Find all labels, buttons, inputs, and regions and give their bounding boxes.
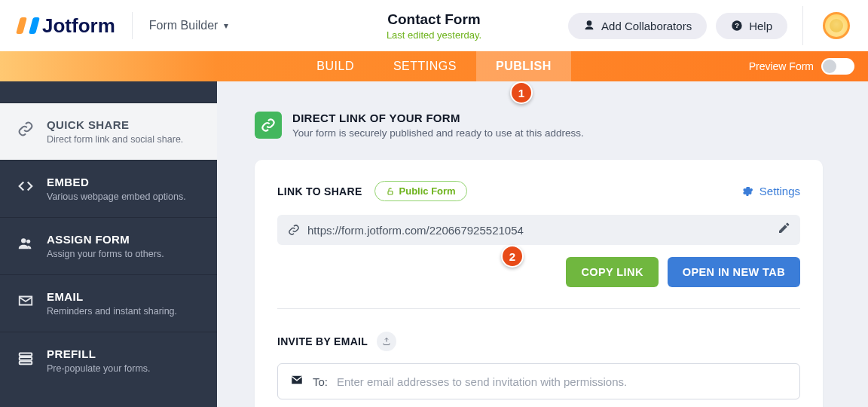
- form-url-text: https://form.jotform.com/220667925521054: [307, 224, 770, 237]
- callout-badge-1: 1: [510, 81, 533, 104]
- svg-rect-5: [20, 357, 32, 360]
- link-badge-icon: [255, 112, 282, 139]
- sidebar-item-email[interactable]: EMAIL Reminders and instant sharing.: [0, 274, 217, 332]
- direct-link-sub: Your form is securely published and read…: [292, 127, 584, 139]
- form-title: Contact Form: [387, 11, 481, 28]
- settings-label: Settings: [760, 185, 800, 197]
- link-to-share-title: LINK TO SHARE: [277, 185, 362, 197]
- svg-text:?: ?: [735, 22, 739, 29]
- callout-badge-2: 2: [501, 245, 524, 268]
- invite-by-email-title: INVITE BY EMAIL: [277, 335, 368, 347]
- sidebar-item-sub: Various webpage embed options.: [47, 191, 186, 202]
- sidebar-item-sub: Direct form link and social share.: [47, 134, 183, 145]
- mail-icon: [17, 292, 35, 310]
- header-center: Contact Form Last edited yesterday.: [387, 11, 481, 41]
- sidebar-item-label: QUICK SHARE: [47, 118, 183, 131]
- gear-icon: [741, 185, 753, 197]
- help-icon: ?: [731, 20, 743, 32]
- share-card-header: LINK TO SHARE Public Form Settings: [277, 181, 800, 201]
- avatar[interactable]: [823, 12, 850, 39]
- sidebar-item-embed[interactable]: EMBED Various webpage embed options.: [0, 160, 217, 217]
- direct-link-header: DIRECT LINK OF YOUR FORM Your form is se…: [255, 112, 823, 139]
- svg-point-2: [21, 238, 26, 243]
- share-card: LINK TO SHARE Public Form Settings https…: [255, 160, 823, 407]
- link-icon: [17, 120, 35, 138]
- sidebar-top-gap: [0, 81, 217, 103]
- public-form-label: Public Form: [399, 185, 456, 197]
- pencil-icon: [778, 222, 790, 234]
- last-edited-text: Last edited yesterday.: [387, 29, 481, 41]
- sidebar-item-quick-share[interactable]: QUICK SHARE Direct form link and social …: [0, 103, 217, 160]
- open-new-tab-button[interactable]: OPEN IN NEW TAB: [668, 257, 800, 287]
- tab-settings[interactable]: SETTINGS: [374, 51, 476, 81]
- upload-icon: [382, 337, 391, 346]
- help-button[interactable]: ? Help: [716, 13, 787, 39]
- invite-title-row: INVITE BY EMAIL: [277, 332, 800, 351]
- publish-sidebar: QUICK SHARE Direct form link and social …: [0, 81, 217, 407]
- direct-link-title: DIRECT LINK OF YOUR FORM: [292, 112, 584, 124]
- sidebar-item-label: ASSIGN FORM: [47, 233, 164, 246]
- sidebar-item-sub: Pre-populate your forms.: [47, 363, 151, 374]
- card-divider: [277, 308, 800, 309]
- tab-publish[interactable]: PUBLISH: [476, 51, 571, 81]
- main: QUICK SHARE Direct form link and social …: [0, 81, 868, 407]
- sidebar-item-label: EMAIL: [47, 290, 177, 303]
- user-icon: [583, 20, 595, 32]
- form-builder-label: Form Builder: [149, 19, 219, 32]
- edit-url-button[interactable]: [778, 222, 790, 237]
- publish-content: DIRECT LINK OF YOUR FORM Your form is se…: [217, 81, 868, 407]
- share-settings-button[interactable]: Settings: [741, 185, 800, 197]
- prefill-icon: [17, 349, 35, 367]
- public-form-badge[interactable]: Public Form: [374, 181, 467, 201]
- brand-name: Jotform: [42, 14, 115, 38]
- sidebar-item-sub: Reminders and instant sharing.: [47, 306, 177, 317]
- svg-rect-7: [388, 191, 393, 194]
- invite-to-label: To:: [313, 375, 328, 388]
- help-label: Help: [749, 20, 772, 32]
- preview-label: Preview Form: [749, 60, 814, 72]
- share-button-row: COPY LINK OPEN IN NEW TAB: [277, 257, 800, 287]
- form-url-field[interactable]: https://form.jotform.com/220667925521054: [277, 215, 800, 245]
- lock-open-icon: [386, 187, 395, 196]
- svg-rect-6: [20, 362, 32, 365]
- chevron-down-icon: ▾: [224, 20, 228, 31]
- sidebar-item-sub: Assign your forms to others.: [47, 249, 164, 259]
- add-collaborators-label: Add Collaborators: [601, 20, 692, 32]
- header-right-divider: [802, 6, 803, 45]
- sidebar-item-label: EMBED: [47, 176, 186, 188]
- sidebar-item-prefill[interactable]: PREFILL Pre-populate your forms.: [0, 332, 217, 389]
- link-icon: [288, 224, 300, 236]
- users-icon: [17, 234, 35, 252]
- svg-point-3: [26, 240, 30, 243]
- sidebar-item-label: PREFILL: [47, 347, 151, 360]
- sidebar-item-assign-form[interactable]: ASSIGN FORM Assign your forms to others.: [0, 217, 217, 274]
- form-builder-dropdown[interactable]: Form Builder ▾: [149, 19, 229, 32]
- jotform-icon: [18, 17, 38, 34]
- header-right: Add Collaborators ? Help: [568, 6, 850, 45]
- copy-link-button[interactable]: COPY LINK: [566, 257, 658, 287]
- svg-rect-4: [20, 353, 32, 357]
- code-icon: [17, 177, 35, 195]
- header-divider: [132, 12, 133, 39]
- tab-build[interactable]: BUILD: [297, 51, 374, 81]
- app-header: Jotform Form Builder ▾ Contact Form Last…: [0, 0, 868, 51]
- tab-bar: BUILD SETTINGS PUBLISH Preview Form: [0, 51, 868, 81]
- mail-icon: [290, 373, 304, 390]
- invite-placeholder: Enter email addresses to send invitation…: [337, 375, 787, 388]
- share-upload-button[interactable]: [377, 332, 396, 351]
- add-collaborators-button[interactable]: Add Collaborators: [568, 13, 707, 39]
- brand-logo[interactable]: Jotform: [18, 14, 115, 38]
- invite-email-input[interactable]: To: Enter email addresses to send invita…: [277, 363, 800, 399]
- preview-toggle[interactable]: [821, 58, 854, 75]
- preview-form-control: Preview Form: [749, 58, 854, 75]
